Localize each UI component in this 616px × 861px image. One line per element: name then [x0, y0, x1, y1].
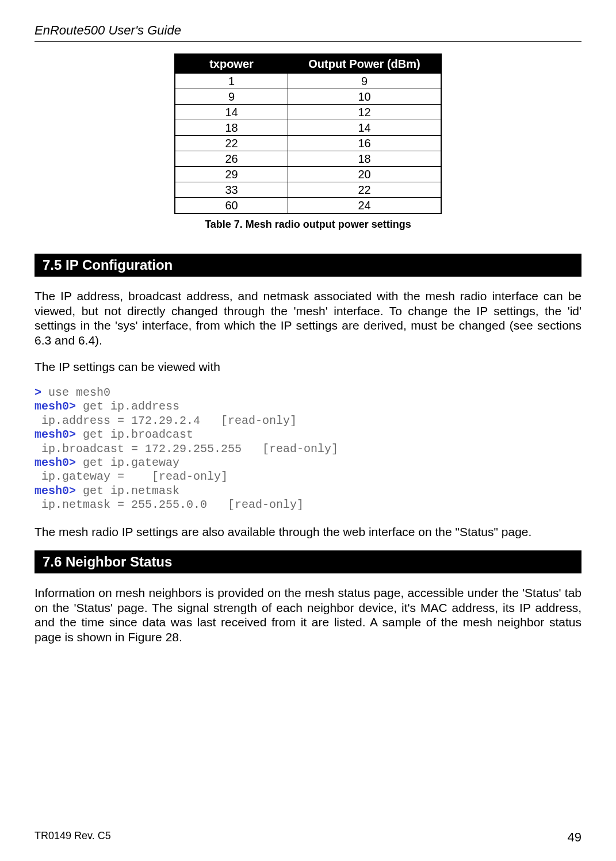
code-block: > use mesh0 mesh0> get ip.address ip.add…	[35, 386, 581, 512]
cli-output: ip.broadcast = 172.29.255.255 [read-only…	[35, 442, 338, 456]
cli-command: get ip.address	[76, 400, 179, 413]
cli-command: get ip.gateway	[76, 456, 179, 469]
paragraph: The mesh radio IP settings are also avai…	[35, 525, 581, 539]
table-row: 1412	[175, 105, 441, 120]
table-header-output: Output Power (dBm)	[288, 54, 442, 74]
cli-prompt: mesh0>	[35, 484, 76, 498]
table-row: 2920	[175, 167, 441, 182]
document-header: EnRoute500 User's Guide	[35, 23, 581, 42]
footer-rev: TR0149 Rev. C5	[35, 830, 111, 845]
section-heading-neighbor-status: 7.6 Neighbor Status	[35, 550, 581, 573]
cli-command: get ip.netmask	[76, 484, 179, 498]
paragraph: The IP address, broadcast address, and n…	[35, 289, 581, 347]
paragraph: The IP settings can be viewed with	[35, 359, 581, 374]
table-row: 910	[175, 89, 441, 105]
table-caption: Table 7. Mesh radio output power setting…	[35, 219, 581, 231]
table-row: 6024	[175, 198, 441, 214]
cli-output: ip.address = 172.29.2.4 [read-only]	[35, 414, 297, 427]
table-row: 2216	[175, 136, 441, 151]
cli-output: ip.gateway = [read-only]	[35, 470, 228, 483]
table-row: 1814	[175, 120, 441, 136]
table-row: 2618	[175, 151, 441, 167]
cli-command: use mesh0	[41, 386, 110, 399]
footer: TR0149 Rev. C5 49	[35, 830, 581, 845]
cli-output: ip.netmask = 255.255.0.0 [read-only]	[35, 498, 304, 511]
page-number: 49	[568, 830, 581, 845]
cli-command: get ip.broadcast	[76, 428, 193, 441]
cli-prompt: mesh0>	[35, 456, 76, 469]
table-row: 19	[175, 74, 441, 89]
table-row: 3322	[175, 182, 441, 198]
cli-prompt: mesh0>	[35, 400, 76, 413]
power-table: txpower Output Power (dBm) 19 910 1412 1…	[174, 53, 442, 214]
section-heading-ip-configuration: 7.5 IP Configuration	[35, 254, 581, 277]
paragraph: Information on mesh neighbors is provide…	[35, 586, 581, 644]
table-header-txpower: txpower	[175, 54, 288, 74]
cli-prompt: mesh0>	[35, 428, 76, 441]
cli-prompt: >	[35, 386, 41, 399]
